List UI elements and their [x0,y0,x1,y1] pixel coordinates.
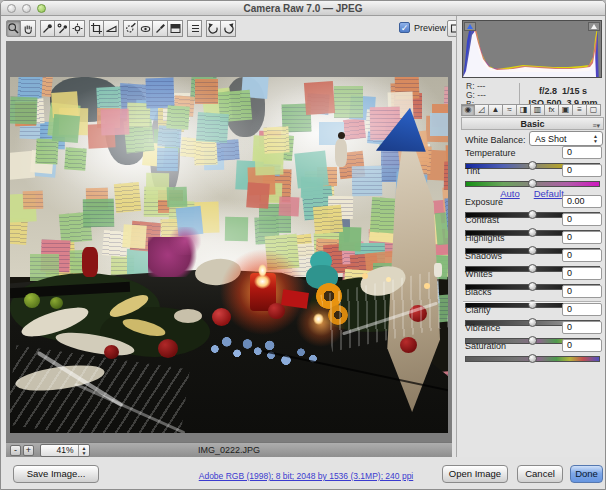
camera-raw-dialog: Camera Raw 7.0 — JPEG ✓ Preview - + [0,0,606,490]
exposure-input[interactable]: 0.00 [562,195,602,208]
eyedropper-target-icon [56,22,69,35]
slider-label: Saturation [465,341,506,351]
photo-shape [400,337,417,353]
close-button[interactable] [7,4,16,13]
panel-tabs: ◉ ◿ ▲ ≈ ◨ ▥ fx ▣ ≡ ▢ [461,104,601,116]
photo-shape [338,132,345,139]
straighten-icon [105,22,118,35]
photo-shape [50,297,63,309]
tool-white-balance[interactable] [40,20,55,37]
preview-area: - + 41% ▲▼ IMG_0222.JPG [6,41,452,457]
tab-presets[interactable]: ≡ [573,104,587,116]
photo-shape [168,227,202,255]
tool-preferences[interactable] [187,20,202,37]
tool-rotate-left[interactable] [206,20,221,37]
select-stepper-icon: ▲▼ [591,134,600,143]
tool-crop[interactable] [89,20,104,37]
tab-basic[interactable]: ◉ [461,104,475,116]
tool-graduated-filter[interactable] [168,20,183,37]
photo-shape [212,308,231,326]
hand-icon [22,22,35,35]
photo-shape [313,313,324,325]
shadows-input[interactable]: 0 [562,249,602,262]
panel-header: Basic ≡▾ [461,117,604,130]
tool-spot-removal[interactable] [123,20,138,37]
preview-label: Preview [414,23,446,33]
saturation-input[interactable]: 0 [562,339,602,352]
done-button[interactable]: Done [570,465,603,483]
photo-shape [82,247,98,277]
tab-snapshots[interactable]: ▢ [587,104,601,116]
zoom-level-value: 41% [56,445,73,455]
rotate-ccw-icon [207,22,220,35]
vibrance-input[interactable]: 0 [562,321,602,334]
contrast-input[interactable]: 0 [562,213,602,226]
photo-canvas[interactable] [10,77,448,433]
slider-row-saturation: Saturation 0 [465,341,602,365]
brush-icon [154,22,167,35]
gradient-icon [169,22,182,35]
slider-row-tint: Tint 0 [465,166,602,190]
tint-track[interactable] [465,181,600,187]
slider-label: Temperature [465,148,516,158]
tab-tone-curve[interactable]: ◿ [475,104,489,116]
photo-shape [174,309,202,323]
blacks-input[interactable]: 0 [562,285,602,298]
saturation-track[interactable] [465,356,600,362]
zoom-in-button[interactable]: + [23,445,34,456]
aperture-value: f/2.8 [539,86,557,96]
target-icon [71,22,84,35]
highlights-input[interactable]: 0 [562,231,602,244]
photo-shape [258,264,267,277]
highlight-clipping-toggle[interactable] [588,22,600,31]
save-image-button[interactable]: Save Image... [13,465,99,483]
stepper-icon: ▲▼ [78,445,89,456]
tool-rotate-right[interactable] [221,20,236,37]
list-icon [188,22,201,35]
tool-adjustment-brush[interactable] [153,20,168,37]
whites-input[interactable]: 0 [562,267,602,280]
crop-icon [90,22,103,35]
tab-lens-corrections[interactable]: ▥ [531,104,545,116]
workflow-options-link[interactable]: Adobe RGB (1998); 8 bit; 2048 by 1536 (3… [199,471,414,481]
zoom-out-button[interactable]: - [10,445,21,456]
preview-checkbox[interactable]: ✓ [399,22,410,33]
tab-detail[interactable]: ▲ [489,104,503,116]
photo-shape [386,277,391,282]
tool-straighten[interactable] [104,20,119,37]
slider-label: Tint [465,166,480,176]
slider-label: Vibrance [465,323,500,333]
minimize-button[interactable] [22,4,31,13]
histogram [462,20,602,78]
open-image-button[interactable]: Open Image [442,465,508,483]
tint-input[interactable]: 0 [562,164,602,177]
tab-camera-calibration[interactable]: ▣ [559,104,573,116]
tab-hsl-grayscale[interactable]: ≈ [503,104,517,116]
panel-title: Basic [520,119,544,129]
tool-color-sampler[interactable] [55,20,70,37]
tool-hand[interactable] [21,20,36,37]
tool-red-eye[interactable] [138,20,153,37]
eye-icon [139,22,152,35]
tool-zoom[interactable] [6,20,21,37]
slider-thumb[interactable] [528,179,537,188]
tool-targeted-adjustment[interactable] [70,20,85,37]
photo-shape [10,96,38,124]
slider-thumb[interactable] [528,354,537,363]
slider-label: Whites [465,269,493,279]
magnifier-icon [7,22,20,35]
spot-heal-icon [124,22,137,35]
shadow-clipping-toggle[interactable] [464,22,476,31]
tab-effects[interactable]: fx [545,104,559,116]
temperature-input[interactable]: 0 [562,146,602,159]
rotate-cw-icon [222,22,235,35]
zoom-window-button[interactable] [37,4,46,13]
photo-shape [362,273,368,279]
white-balance-value: As Shot [535,134,567,144]
clarity-input[interactable]: 0 [562,303,602,316]
tab-split-toning[interactable]: ◨ [517,104,531,116]
highlight-clip-icon [591,24,597,29]
white-balance-select[interactable]: As Shot ▲▼ [529,131,603,146]
zoom-level-select[interactable]: 41% ▲▼ [40,444,90,457]
cancel-button[interactable]: Cancel [517,465,563,483]
